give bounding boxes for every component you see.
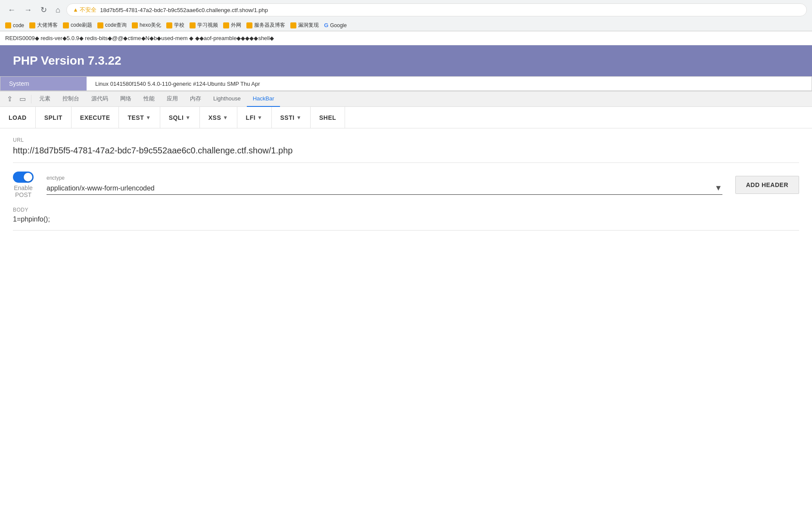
- bookmark-icon: [290, 22, 296, 28]
- bookmark-icon: [166, 22, 172, 28]
- browser-chrome: ← → ↻ ⌂ ▲ 不安全 18d7b5f5-4781-47a2-bdc7-b9…: [0, 0, 812, 31]
- devtools-tabs-bar: ⇪ ▭ 元素 控制台 源代码 网络 性能 应用 内存 Lighthouse Ha…: [0, 91, 812, 107]
- bookmark-icon: [223, 22, 229, 28]
- ssti-button[interactable]: SSTI ▼: [272, 107, 311, 128]
- url-separator: [13, 162, 799, 163]
- devtools-panel: ⇪ ▭ 元素 控制台 源代码 网络 性能 应用 内存 Lighthouse Ha…: [0, 91, 812, 246]
- google-icon: G: [324, 22, 328, 28]
- system-label: System: [0, 77, 87, 91]
- body-value[interactable]: 1=phpinfo();: [13, 215, 799, 223]
- tab-xingneng[interactable]: 性能: [137, 91, 161, 107]
- sqli-dropdown-arrow: ▼: [185, 115, 190, 121]
- reload-button[interactable]: ↻: [38, 3, 50, 16]
- bookmark-server[interactable]: 服务器及博客: [246, 22, 285, 29]
- tab-neicun[interactable]: 内存: [184, 91, 207, 107]
- bookmark-code[interactable]: code: [5, 22, 24, 28]
- bookmark-icon: [97, 22, 103, 28]
- bookmark-dalaoboke[interactable]: 大佬博客: [29, 22, 58, 29]
- bookmark-icon: [190, 22, 196, 28]
- body-section: Body 1=phpinfo();: [13, 207, 799, 231]
- post-section: EnablePOST enctype application/x-www-for…: [13, 172, 799, 198]
- tab-yuansu[interactable]: 元素: [33, 91, 56, 107]
- enctype-area: enctype application/x-www-form-urlencode…: [47, 175, 722, 195]
- tab-hackbar[interactable]: HackBar: [247, 91, 280, 107]
- bookmark-code-shuati[interactable]: code刷题: [63, 22, 92, 29]
- enable-post-label: EnablePOST: [14, 184, 33, 198]
- bookmark-loudong[interactable]: 漏洞复现: [290, 22, 319, 29]
- enable-post-toggle[interactable]: [13, 172, 34, 183]
- test-label: TEST: [128, 114, 144, 121]
- sqli-label: SQLI: [169, 114, 184, 121]
- enctype-value: application/x-www-form-urlencoded: [47, 184, 715, 192]
- enctype-select-wrapper[interactable]: application/x-www-form-urlencoded ▼: [47, 184, 722, 195]
- system-value: Linux 0141580f1540 5.4.0-110-generic #12…: [87, 77, 269, 91]
- tab-wangluo[interactable]: 网络: [114, 91, 137, 107]
- test-dropdown-arrow: ▼: [146, 115, 151, 121]
- lfi-button[interactable]: LFI ▼: [237, 107, 272, 128]
- tab-separator: [31, 95, 31, 103]
- shel-button[interactable]: SHEL: [311, 107, 345, 128]
- xss-button[interactable]: XSS ▼: [200, 107, 237, 128]
- bookmark-videos[interactable]: 学习视频: [190, 22, 218, 29]
- bookmark-icon: [132, 22, 138, 28]
- bookmark-icon: [5, 22, 11, 28]
- bookmark-label: Google: [330, 22, 347, 28]
- toggle-slider: [13, 172, 34, 183]
- hackbar-content: URL http://18d7b5f5-4781-47a2-bdc7-b9c55…: [0, 128, 812, 246]
- body-label: Body: [13, 207, 799, 213]
- address-bar[interactable]: ▲ 不安全 18d7b5f5-4781-47a2-bdc7-b9c552aae6…: [66, 3, 807, 16]
- bookmark-label: 漏洞复现: [298, 22, 319, 29]
- enctype-label: enctype: [47, 175, 722, 181]
- split-button[interactable]: SPLIT: [36, 107, 72, 128]
- xss-dropdown-arrow: ▼: [223, 115, 228, 121]
- inspect-icon-button[interactable]: ⇪: [3, 92, 16, 106]
- bookmark-label: 大佬博客: [37, 22, 58, 29]
- forward-button[interactable]: →: [22, 4, 34, 16]
- bookmark-label: 学校: [174, 22, 184, 29]
- url-value[interactable]: http://18d7b5f5-4781-47a2-bdc7-b9c552aae…: [13, 146, 799, 156]
- bookmark-google[interactable]: G Google: [324, 22, 347, 28]
- bookmark-label: 外网: [231, 22, 241, 29]
- bookmark-icon: [246, 22, 252, 28]
- home-button[interactable]: ⌂: [53, 4, 63, 16]
- php-header: PHP Version 7.3.22: [0, 45, 812, 76]
- redis-line: REDIS0009◆ redis-ver◆5.0.9◆ redis-bits◆@…: [0, 31, 812, 45]
- bookmark-label: code查询: [105, 22, 127, 29]
- ssti-dropdown-arrow: ▼: [296, 115, 302, 121]
- url-label: URL: [13, 137, 799, 143]
- sqli-button[interactable]: SQLI ▼: [160, 107, 200, 128]
- bookmarks-bar: code 大佬博客 code刷题 code查询 hexo美化 学校 学习视频: [0, 20, 812, 31]
- bookmark-label: hexo美化: [140, 22, 161, 29]
- test-button[interactable]: TEST ▼: [119, 107, 160, 128]
- tab-yuandaima[interactable]: 源代码: [85, 91, 114, 107]
- bookmark-label: 学习视频: [197, 22, 218, 29]
- bookmark-code-chaxun[interactable]: code查询: [97, 22, 127, 29]
- browser-nav: ← → ↻ ⌂ ▲ 不安全 18d7b5f5-4781-47a2-bdc7-b9…: [0, 0, 812, 20]
- tab-yingyong[interactable]: 应用: [161, 91, 184, 107]
- security-warning: ▲ 不安全: [73, 6, 96, 14]
- bookmark-label: 服务器及博客: [254, 22, 285, 29]
- xss-label: XSS: [208, 114, 221, 121]
- ssti-label: SSTI: [280, 114, 295, 121]
- back-button[interactable]: ←: [5, 4, 18, 16]
- enctype-dropdown-arrow[interactable]: ▼: [715, 184, 722, 193]
- bookmark-icon: [63, 22, 69, 28]
- lfi-label: LFI: [246, 114, 256, 121]
- address-text: 18d7b5f5-4781-47a2-bdc7-b9c552aae6c0.cha…: [100, 7, 800, 13]
- hackbar-toolbar: LOAD SPLIT EXECUTE TEST ▼ SQLI ▼ XSS ▼ L…: [0, 107, 812, 128]
- system-row: System Linux 0141580f1540 5.4.0-110-gene…: [0, 76, 812, 91]
- body-separator: [13, 230, 799, 231]
- tab-kongtaizhi[interactable]: 控制台: [56, 91, 85, 107]
- device-icon-button[interactable]: ▭: [16, 92, 29, 106]
- bookmark-hexo[interactable]: hexo美化: [132, 22, 161, 29]
- bookmark-label: code: [13, 22, 24, 28]
- execute-button[interactable]: EXECUTE: [72, 107, 119, 128]
- bookmark-icon: [29, 22, 35, 28]
- load-button[interactable]: LOAD: [0, 107, 36, 128]
- bookmark-label: code刷题: [71, 22, 92, 29]
- add-header-button[interactable]: ADD HEADER: [735, 176, 799, 194]
- bookmark-school[interactable]: 学校: [166, 22, 184, 29]
- bookmark-waiwang[interactable]: 外网: [223, 22, 241, 29]
- lfi-dropdown-arrow: ▼: [257, 115, 262, 121]
- tab-lighthouse[interactable]: Lighthouse: [207, 91, 247, 107]
